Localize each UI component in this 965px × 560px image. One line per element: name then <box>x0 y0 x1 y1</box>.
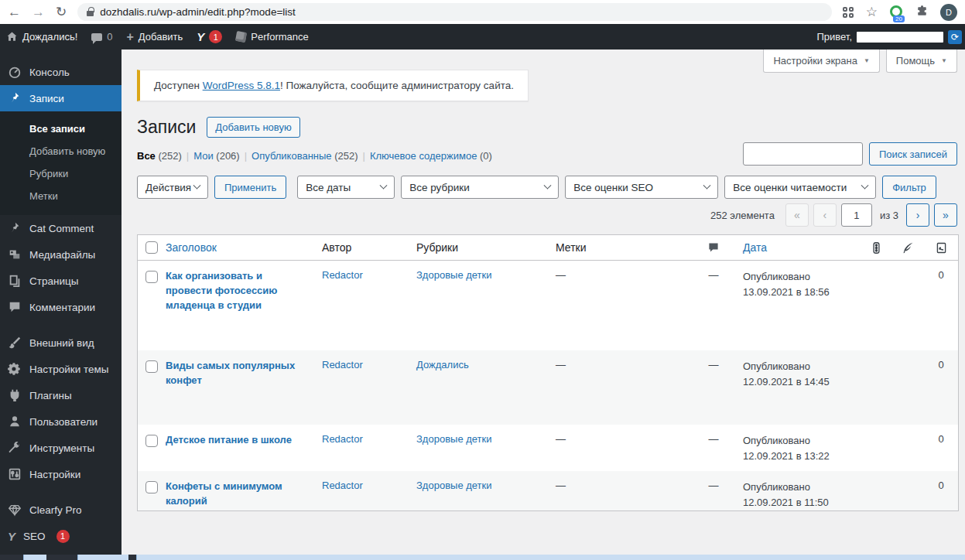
post-title-link[interactable]: Детское питание в школе <box>166 433 304 448</box>
wordpress-update-link[interactable]: WordPress 5.8.1 <box>203 80 280 91</box>
sidebar-item-appearance[interactable]: Внешний вид <box>0 330 121 356</box>
extension-badge-icon[interactable]: 20 <box>890 5 904 19</box>
view-published[interactable]: Опубликованные (252) <box>252 150 358 162</box>
filter-button[interactable]: Фильтр <box>882 176 936 199</box>
author-link[interactable]: Redactor <box>322 359 363 370</box>
view-mine[interactable]: Мои (206) <box>193 150 239 162</box>
sidebar-item-media[interactable]: Медиафайлы <box>0 241 121 268</box>
comment-bubble-icon[interactable] <box>684 241 743 254</box>
admin-bar-comments[interactable]: 0 <box>91 31 112 43</box>
add-new-post-button[interactable]: Добавить новую <box>207 117 299 138</box>
category-link[interactable]: Здоровые детки <box>416 433 492 445</box>
author-link[interactable]: Redactor <box>322 480 363 491</box>
author-link[interactable]: Redactor <box>322 433 363 445</box>
date-cell: Опубликовано13.09.2021 в 18:56 <box>743 269 861 300</box>
readability-filter-select[interactable]: Все оценки читаемости <box>724 176 876 199</box>
admin-bar-yoast[interactable]: Y 1 <box>197 30 222 43</box>
sidebar-item-cat-comment[interactable]: Cat Comment <box>0 215 121 241</box>
select-all-checkbox[interactable] <box>145 241 158 254</box>
chevron-down-icon <box>193 181 201 189</box>
sidebar-item-pages[interactable]: Страницы <box>0 268 121 294</box>
browser-reload-icon[interactable]: ↻ <box>56 5 67 19</box>
admin-bar-performance[interactable]: Performance <box>236 31 308 43</box>
url-text[interactable]: dozhdalis.ru/wp-admin/edit.php?mode=list <box>100 6 296 18</box>
admin-bar-site-menu[interactable]: Дождались! <box>6 31 77 43</box>
column-date[interactable]: Дата <box>743 241 861 254</box>
author-link[interactable]: Redactor <box>322 269 363 281</box>
extensions-puzzle-icon[interactable] <box>916 5 928 19</box>
post-title-link[interactable]: Конфеты с минимумом калорий <box>166 480 322 509</box>
category-link[interactable]: Дождались <box>416 359 469 370</box>
bookmark-star-icon[interactable]: ☆ <box>866 4 878 20</box>
sidebar-item-posts[interactable]: Записи <box>0 85 121 111</box>
sidebar-item-seo[interactable]: Y SEO 1 <box>0 523 121 549</box>
apply-button[interactable]: Применить <box>214 176 286 199</box>
pushpin-icon <box>8 221 22 235</box>
chevron-down-icon <box>703 181 711 189</box>
view-cornerstone[interactable]: Ключевое содержимое (0) <box>370 150 492 162</box>
view-all[interactable]: Все (252) <box>137 150 182 162</box>
sidebar-item-theme-settings[interactable]: Настройки темы <box>0 356 121 382</box>
row-checkbox[interactable] <box>145 360 158 373</box>
yoast-icon: Y <box>8 530 15 543</box>
sidebar-item-label: Медиафайлы <box>29 249 95 261</box>
browser-back-icon[interactable]: ← <box>8 5 21 19</box>
dates-filter-select[interactable]: Все даты <box>297 176 395 199</box>
seo-scores-filter-select[interactable]: Все оценки SEO <box>565 176 718 199</box>
table-header-row: Заголовок Автор Рубрики Метки Дата <box>138 235 958 261</box>
help-button[interactable]: Помощь ▼ <box>886 50 957 73</box>
row-checkbox[interactable] <box>145 481 158 493</box>
sidebar-item-settings[interactable]: Настройки <box>0 461 121 487</box>
sidebar-item-users[interactable]: Пользователи <box>0 408 121 435</box>
submenu-categories[interactable]: Рубрики <box>0 162 121 185</box>
last-page-button[interactable]: » <box>934 203 957 227</box>
date-cell: Опубликовано12.09.2021 в 14:45 <box>743 359 861 390</box>
admin-bar-username-redacted[interactable] <box>857 32 943 43</box>
submenu-tags[interactable]: Метки <box>0 185 121 207</box>
categories-filter-select[interactable]: Все рубрики <box>401 176 559 199</box>
browser-toolbar: ← → ↻ dozhdalis.ru/wp-admin/edit.php?mod… <box>0 0 965 24</box>
search-posts-input[interactable] <box>743 142 863 166</box>
submenu-add-new[interactable]: Добавить новую <box>0 140 121 162</box>
row-checkbox[interactable] <box>145 435 158 447</box>
yoast-notification-badge: 1 <box>209 30 222 43</box>
sidebar-item-label: Внешний вид <box>29 337 94 349</box>
links-count: 0 <box>924 433 958 445</box>
total-pages-label: из 3 <box>880 210 898 221</box>
prev-page-button[interactable]: ‹ <box>813 203 837 227</box>
next-page-button[interactable]: › <box>906 203 929 227</box>
internal-links-icon[interactable] <box>924 241 958 254</box>
apps-grid-icon[interactable] <box>843 7 854 18</box>
search-posts-button[interactable]: Поиск записей <box>869 142 957 166</box>
category-link[interactable]: Здоровые детки <box>416 480 492 491</box>
address-bar[interactable]: dozhdalis.ru/wp-admin/edit.php?mode=list <box>77 3 832 21</box>
table-row: Виды самых популярных конфет Redactor До… <box>138 350 958 425</box>
post-title-link[interactable]: Как организовать и провести фотосессию м… <box>166 269 322 313</box>
sidebar-item-dashboard[interactable]: Консоль <box>0 59 121 85</box>
column-author: Автор <box>322 241 416 254</box>
screen-options-button[interactable]: Настройки экрана ▼ <box>763 50 879 73</box>
sidebar-item-tools[interactable]: Инструменты <box>0 435 121 461</box>
admin-bar-site-name: Дождались! <box>22 31 77 43</box>
category-link[interactable]: Здоровые детки <box>416 269 492 281</box>
first-page-button[interactable]: « <box>785 203 809 227</box>
row-checkbox[interactable] <box>145 271 158 283</box>
bulk-actions-select[interactable]: Действия <box>137 176 208 199</box>
readability-feather-icon[interactable] <box>891 241 924 254</box>
seo-traffic-light-icon[interactable] <box>861 241 891 254</box>
sidebar-item-label: Комментарии <box>29 302 95 313</box>
admin-bar-new-content[interactable]: + Добавить <box>127 30 183 44</box>
post-title-link[interactable]: Виды самых популярных конфет <box>166 359 322 388</box>
gear-icon <box>8 362 22 376</box>
browser-forward-icon[interactable]: → <box>32 5 45 19</box>
sidebar-item-clearfy-pro[interactable]: Clearfy Pro <box>0 497 121 523</box>
current-page-input[interactable]: 1 <box>841 203 872 227</box>
sidebar-item-comments[interactable]: Комментарии <box>0 294 121 320</box>
column-title[interactable]: Заголовок <box>166 241 322 254</box>
admin-bar-greeting: Привет, <box>816 31 852 43</box>
submenu-all-posts[interactable]: Все записи <box>0 118 121 140</box>
taskbar-segment <box>23 555 46 560</box>
sidebar-item-plugins[interactable]: Плагины <box>0 382 121 408</box>
cache-plugin-icon[interactable]: ⟳ <box>948 30 962 44</box>
browser-avatar[interactable]: D <box>940 4 957 21</box>
